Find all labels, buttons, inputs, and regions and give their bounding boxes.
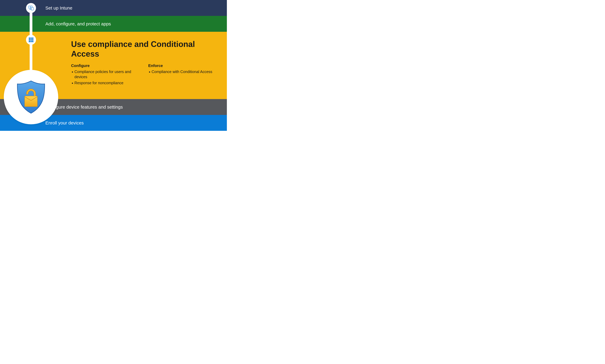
svg-rect-2: [31, 7, 33, 10]
shield-lock-icon: [16, 80, 46, 115]
configure-title: Configure: [71, 63, 142, 68]
monitor-icon: [28, 5, 34, 11]
step-3-node: [4, 70, 58, 124]
svg-rect-3: [29, 38, 30, 39]
configure-column: Configure Compliance policies for users …: [71, 63, 142, 86]
intune-steps-diagram: Set up Intune Add, configure, and protec…: [0, 0, 227, 131]
step-1-node: [26, 3, 36, 13]
step-2-node: [26, 35, 36, 45]
svg-rect-8: [32, 39, 33, 40]
step-3-content: Use compliance and Conditional Access Co…: [45, 39, 227, 86]
svg-rect-4: [30, 38, 32, 39]
enforce-item-1: Compliance with Conditional Access: [148, 69, 219, 74]
enforce-column: Enforce Compliance with Conditional Acce…: [148, 63, 219, 86]
svg-rect-9: [29, 41, 30, 42]
step-2-label: Add, configure, and protect apps: [45, 21, 111, 26]
step-1-band: Set up Intune: [0, 0, 227, 16]
svg-point-1: [30, 7, 31, 8]
step-2-band: Add, configure, and protect apps: [0, 16, 227, 32]
step-1-label: Set up Intune: [45, 5, 72, 11]
svg-rect-11: [32, 41, 33, 42]
step-3-title: Use compliance and Conditional Access: [71, 39, 219, 59]
svg-rect-10: [30, 41, 32, 42]
svg-rect-6: [29, 39, 30, 40]
step-3-columns: Configure Compliance policies for users …: [71, 63, 219, 86]
configure-item-1: Compliance policies for users and device…: [71, 69, 142, 79]
enforce-title: Enforce: [148, 63, 219, 68]
configure-item-2: Response for noncompliance: [71, 80, 142, 86]
apps-icon: [28, 37, 34, 42]
svg-rect-7: [30, 39, 32, 40]
step-5-label: Enroll your devices: [45, 120, 84, 126]
svg-rect-5: [32, 38, 33, 39]
